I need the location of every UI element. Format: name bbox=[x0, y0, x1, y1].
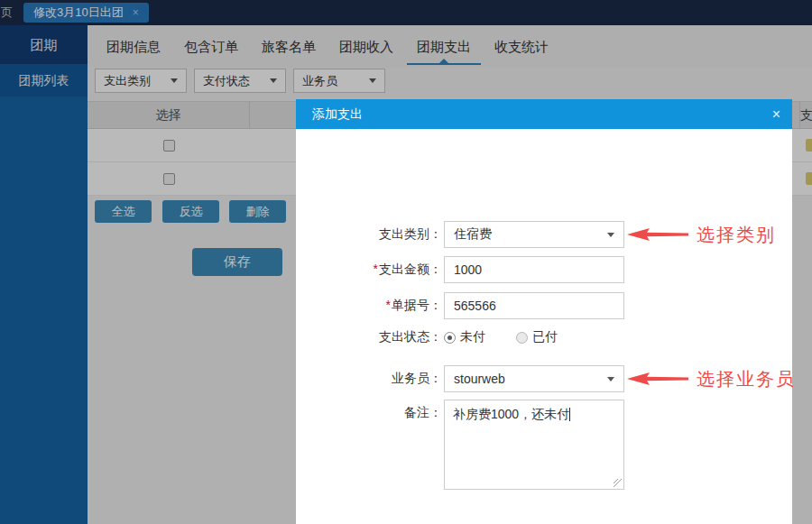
expense-amount-input[interactable] bbox=[444, 256, 624, 283]
expense-category-value: 住宿费 bbox=[454, 226, 492, 243]
salesman-label: 业务员： bbox=[296, 371, 442, 387]
expense-amount-row: *支出金额： bbox=[296, 256, 792, 283]
modal-title: 添加支出 bbox=[312, 99, 363, 129]
red-arrow-left-icon bbox=[626, 227, 689, 242]
expense-status-row: 支出状态： 未付 已付 bbox=[296, 324, 792, 351]
annotation-category-text: 选择类别 bbox=[697, 223, 776, 247]
close-icon[interactable]: × bbox=[772, 99, 780, 129]
expense-status-label: 支出状态： bbox=[296, 329, 442, 345]
receipt-number-row: *单据号： bbox=[296, 292, 792, 319]
annotation-salesman-text: 选择业务员 bbox=[697, 367, 796, 391]
radio-unpaid-label[interactable]: 未付 bbox=[460, 329, 485, 345]
remark-textarea[interactable]: 补房费1000，还未付 bbox=[444, 400, 624, 490]
receipt-number-input[interactable] bbox=[444, 292, 624, 319]
radio-paid-label[interactable]: 已付 bbox=[532, 329, 558, 345]
annotation-salesman: 选择业务员 bbox=[626, 365, 796, 392]
required-asterisk: * bbox=[386, 298, 391, 312]
radio-unpaid[interactable] bbox=[444, 332, 456, 344]
annotation-category: 选择类别 bbox=[626, 221, 776, 248]
app-screen: 页 修改3月10日出团 × 团期 团期列表 团期信息 包含订单 旅客名单 团期收… bbox=[0, 0, 812, 524]
required-asterisk: * bbox=[374, 262, 378, 276]
remark-row: 备注： 补房费1000，还未付 bbox=[296, 400, 792, 490]
radio-paid[interactable] bbox=[516, 332, 528, 344]
resize-grip-icon[interactable] bbox=[614, 479, 622, 487]
chevron-down-icon bbox=[607, 377, 614, 382]
receipt-number-label: *单据号： bbox=[296, 298, 442, 314]
text-caret bbox=[569, 408, 570, 421]
modal-header: 添加支出 × bbox=[296, 99, 792, 129]
red-arrow-left-icon bbox=[626, 372, 689, 386]
add-expense-modal: 添加支出 × 支出类别： 住宿费 *支出金额： *单据号 bbox=[296, 99, 792, 524]
modal-body: 支出类别： 住宿费 *支出金额： *单据号： bbox=[296, 129, 792, 524]
expense-category-label: 支出类别： bbox=[296, 226, 442, 243]
expense-amount-label: *支出金额： bbox=[296, 262, 442, 278]
salesman-value: stourweb bbox=[454, 372, 505, 386]
remark-text: 补房费1000，还未付 bbox=[453, 407, 569, 421]
expense-category-select[interactable]: 住宿费 bbox=[444, 221, 624, 248]
chevron-down-icon bbox=[607, 233, 614, 237]
remark-label: 备注： bbox=[296, 400, 442, 421]
salesman-select[interactable]: stourweb bbox=[444, 365, 624, 392]
